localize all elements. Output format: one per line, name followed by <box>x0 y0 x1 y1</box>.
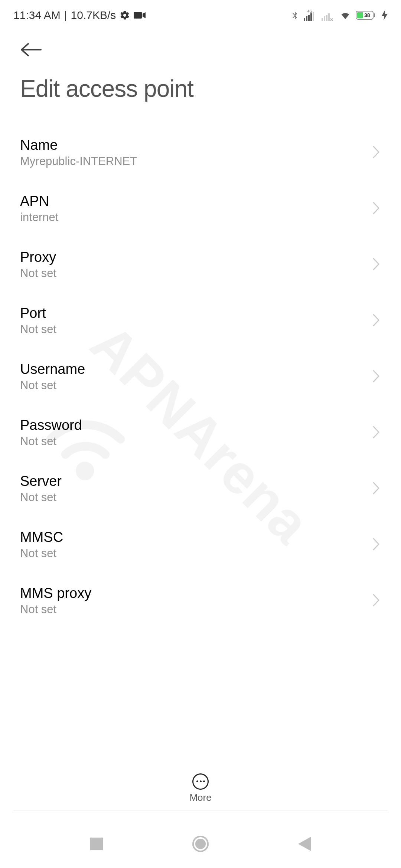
arrow-left-icon <box>20 42 42 57</box>
chevron-right-icon <box>372 537 381 553</box>
bluetooth-icon <box>290 10 299 21</box>
setting-name[interactable]: Name Myrepublic-INTERNET <box>20 125 381 181</box>
bottom-separator <box>13 811 388 811</box>
settings-icon <box>120 10 130 20</box>
svg-rect-8 <box>324 16 325 21</box>
charging-icon <box>382 10 388 20</box>
setting-value: internet <box>20 211 58 224</box>
circle-icon <box>192 836 209 852</box>
chevron-right-icon <box>372 201 381 217</box>
svg-text:38: 38 <box>364 12 370 18</box>
setting-label: Username <box>20 361 85 377</box>
setting-proxy[interactable]: Proxy Not set <box>20 237 381 293</box>
navigation-bar <box>0 820 401 868</box>
setting-value: Not set <box>20 491 62 504</box>
setting-value: Not set <box>20 603 91 616</box>
setting-mmsc[interactable]: MMSC Not set <box>20 517 381 573</box>
setting-server[interactable]: Server Not set <box>20 461 381 517</box>
chevron-right-icon <box>372 257 381 273</box>
svg-rect-15 <box>90 838 103 850</box>
setting-value: Not set <box>20 547 63 560</box>
setting-label: Password <box>20 417 82 433</box>
svg-rect-14 <box>374 13 375 17</box>
chevron-right-icon <box>372 425 381 441</box>
page-title: Edit access point <box>20 75 381 102</box>
triangle-left-icon <box>298 837 311 851</box>
more-button[interactable]: More <box>189 773 211 803</box>
svg-rect-10 <box>328 13 330 21</box>
nav-recents-button[interactable] <box>85 833 108 855</box>
setting-value: Myrepublic-INTERNET <box>20 155 137 168</box>
nav-back-button[interactable] <box>293 833 316 855</box>
chevron-right-icon <box>372 369 381 385</box>
svg-point-17 <box>195 839 206 849</box>
svg-rect-4 <box>308 15 310 21</box>
setting-label: MMS proxy <box>20 585 91 601</box>
setting-mms-proxy[interactable]: MMS proxy Not set <box>20 573 381 629</box>
chevron-right-icon <box>372 145 381 161</box>
app-header: Edit access point <box>0 27 401 102</box>
square-icon <box>90 838 103 850</box>
status-right: 4G 38 <box>290 10 388 21</box>
chevron-right-icon <box>372 481 381 497</box>
wifi-icon <box>339 10 351 20</box>
setting-value: Not set <box>20 435 82 448</box>
more-label: More <box>189 792 211 803</box>
chevron-right-icon <box>372 593 381 609</box>
svg-rect-6 <box>313 12 314 21</box>
battery-icon: 38 <box>356 10 377 20</box>
settings-list: Name Myrepublic-INTERNET APN internet Pr… <box>0 125 401 629</box>
svg-rect-5 <box>310 13 312 21</box>
setting-username[interactable]: Username Not set <box>20 349 381 405</box>
svg-text:4G: 4G <box>307 10 313 13</box>
setting-label: APN <box>20 193 58 209</box>
setting-value: Not set <box>20 323 56 336</box>
setting-label: Server <box>20 473 62 489</box>
svg-rect-12 <box>357 12 363 18</box>
status-speed: 10.7KB/s <box>71 9 116 22</box>
more-icon <box>192 773 209 790</box>
nav-home-button[interactable] <box>189 833 212 855</box>
svg-rect-3 <box>306 16 307 21</box>
setting-label: Name <box>20 137 137 153</box>
status-divider: | <box>64 9 67 22</box>
bottom-action-bar: More <box>0 768 401 809</box>
svg-rect-7 <box>322 18 323 21</box>
svg-rect-9 <box>326 15 327 21</box>
status-left: 11:34 AM | 10.7KB/s <box>13 9 146 22</box>
status-time: 11:34 AM <box>13 9 61 22</box>
back-button[interactable] <box>20 38 44 62</box>
chevron-right-icon <box>372 313 381 329</box>
svg-rect-2 <box>304 18 305 21</box>
setting-label: Port <box>20 305 56 321</box>
setting-value: Not set <box>20 267 56 280</box>
setting-port[interactable]: Port Not set <box>20 293 381 349</box>
setting-label: Proxy <box>20 249 56 265</box>
setting-value: Not set <box>20 379 85 392</box>
setting-label: MMSC <box>20 529 63 545</box>
signal-2-icon <box>322 10 335 21</box>
camera-icon <box>134 11 146 19</box>
setting-password[interactable]: Password Not set <box>20 405 381 461</box>
svg-rect-0 <box>134 12 142 19</box>
signal-1-icon: 4G <box>304 10 317 21</box>
setting-apn[interactable]: APN internet <box>20 181 381 237</box>
status-bar: 11:34 AM | 10.7KB/s 4G 38 <box>0 0 401 27</box>
